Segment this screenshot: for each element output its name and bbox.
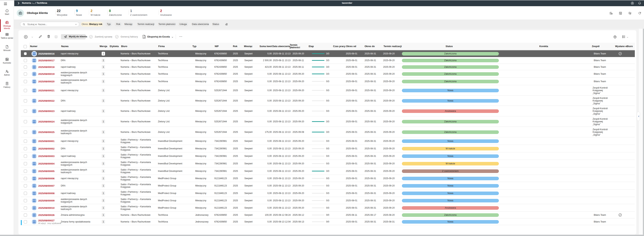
svg-text:XLSX: XLSX xyxy=(142,36,145,38)
